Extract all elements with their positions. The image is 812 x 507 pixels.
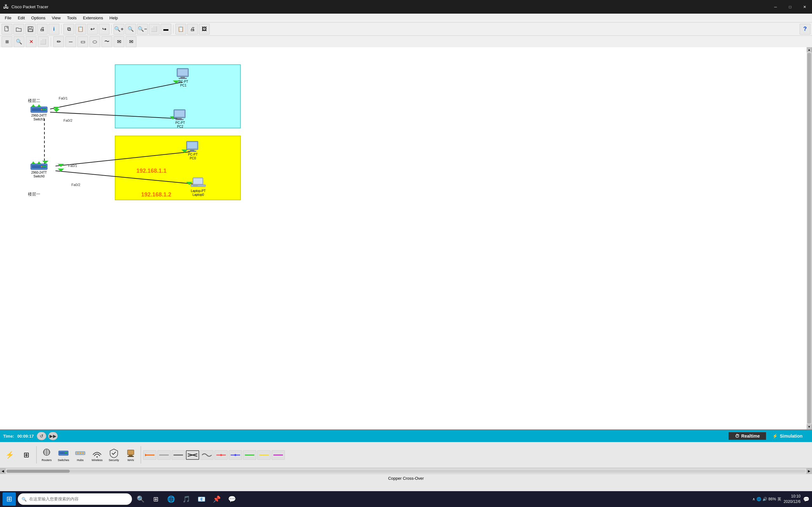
taskbar-search[interactable]: 🔍 在这里输入您要搜索的内容	[18, 493, 132, 505]
screenshot-button[interactable]: 🖼	[199, 24, 210, 35]
tray-volume-icon: 🔊	[763, 497, 767, 501]
layout-button[interactable]: 📋	[175, 24, 186, 35]
scroll-left-button[interactable]: ◀	[0, 468, 6, 474]
menu-edit[interactable]: Edit	[14, 15, 28, 21]
select-area-button[interactable]: ⊞	[2, 37, 12, 47]
laptop0-device[interactable]: Laptop-PT Laptop0	[190, 177, 206, 196]
search-tool-button[interactable]: 🔍	[14, 37, 24, 47]
cable-auto[interactable]	[143, 450, 156, 460]
menu-tools[interactable]: Tools	[64, 15, 80, 21]
tray-network-icon: 🌐	[757, 497, 761, 501]
ellipse-tool-button[interactable]: ⬭	[90, 37, 100, 47]
cable-fiber[interactable]	[243, 450, 256, 460]
pc0-device[interactable]: PC-PT PC0	[186, 141, 200, 160]
taskbar-mail[interactable]: 📧	[195, 493, 208, 506]
pc1-device[interactable]: PC-PT PC1	[176, 68, 191, 87]
zoom-in-button[interactable]: 🔍+	[113, 24, 124, 35]
taskbar-media[interactable]: 🎵	[180, 493, 193, 506]
zoom-out-button[interactable]: 🔍−	[137, 24, 148, 35]
open-button[interactable]	[13, 24, 24, 35]
freeform-tool-button[interactable]: 〜	[101, 37, 112, 47]
print2-button[interactable]: 🖨	[187, 24, 198, 35]
palette-hubs[interactable]: Hubs	[72, 446, 88, 464]
print-button[interactable]: 🖨	[37, 24, 48, 35]
palette-wireless[interactable]: Wireless	[89, 446, 105, 464]
info-button[interactable]: i	[49, 24, 59, 35]
simulation-tab[interactable]: ⚡ Simulation	[766, 432, 809, 440]
palette-grid[interactable]: ⊞	[18, 446, 34, 464]
copy-button[interactable]: ⧉	[63, 24, 74, 35]
palette-switches-label: Switches	[58, 458, 69, 462]
palette-routers[interactable]: Routers	[39, 446, 55, 464]
paste-button[interactable]: 📋	[75, 24, 86, 35]
help-button[interactable]: ?	[800, 24, 810, 35]
cable-serial-dte[interactable]	[229, 450, 242, 460]
taskbar-clock[interactable]: 10:10 2020/12/6	[784, 494, 801, 504]
vertical-scrollbar[interactable]: ▲ ▼	[807, 47, 812, 429]
close-button[interactable]: ✕	[798, 0, 812, 14]
cable-serial-dce[interactable]	[214, 450, 228, 460]
new-button[interactable]	[2, 24, 12, 35]
cable-rollover[interactable]	[200, 450, 213, 460]
scroll-right-button[interactable]: ▶	[806, 468, 812, 474]
tray-up-arrow[interactable]: ∧	[752, 497, 755, 501]
scroll-up-button[interactable]: ▲	[807, 47, 812, 52]
resize-tool-button[interactable]: ⬜	[38, 37, 49, 47]
zoom-custom-button[interactable]: 🔍	[125, 24, 136, 35]
palette-wan[interactable]: WAN	[123, 446, 139, 464]
notification-button[interactable]: 💬	[803, 496, 809, 502]
taskbar-maps[interactable]: 📌	[210, 493, 223, 506]
svg-point-22	[45, 109, 46, 110]
svg-point-57	[65, 452, 66, 453]
realtime-tab[interactable]: ⏱ Realtime	[728, 432, 766, 440]
save-button[interactable]	[25, 24, 36, 35]
menu-view[interactable]: View	[49, 15, 64, 21]
cable-straight[interactable]	[171, 450, 185, 460]
fit-h-button[interactable]: ⬜	[149, 24, 159, 35]
note-tool-button[interactable]: ✉	[113, 37, 124, 47]
switch0-device[interactable]: 2960-24TT Switch0	[30, 161, 48, 178]
cable-label: Copper Cross-Over	[388, 476, 424, 481]
scroll-down-button[interactable]: ▼	[807, 424, 812, 429]
maximize-button[interactable]: □	[783, 0, 798, 14]
svg-rect-36	[181, 77, 185, 78]
menu-extensions[interactable]: Extensions	[80, 15, 106, 21]
taskbar-task-view[interactable]: ⊞	[149, 493, 162, 506]
toolbar1: 🖨 i ⧉ 📋 ↩ ↪ 🔍+ 🔍 🔍− ⬜ ▬ 📋 🖨 🖼 ?	[0, 22, 812, 36]
palette-switches[interactable]: Switches	[55, 446, 71, 464]
cable-fiber2[interactable]	[257, 450, 270, 460]
fit-v-button[interactable]: ▬	[160, 24, 171, 35]
pencil-tool-button[interactable]: ✏	[53, 37, 64, 47]
pdu-tool-button[interactable]: ✉	[125, 37, 136, 47]
cable-crossover[interactable]	[186, 450, 199, 460]
delete-tool-button[interactable]: ✕	[26, 37, 37, 47]
taskbar-search-app[interactable]: 🔍	[134, 493, 147, 506]
line-tool-button[interactable]: ─	[65, 37, 76, 47]
menu-help[interactable]: Help	[106, 15, 121, 21]
ip-label-1: 192.168.1.1	[136, 168, 166, 174]
time-reset-button[interactable]: ↺	[37, 432, 46, 440]
cable-usb[interactable]	[271, 450, 285, 460]
redo-button[interactable]: ↪	[99, 24, 109, 35]
scroll-thumb-h[interactable]	[6, 469, 70, 473]
horizontal-scrollbar[interactable]: ◀ ▶	[0, 468, 812, 474]
minimize-button[interactable]: ─	[768, 0, 783, 14]
cable-console[interactable]	[157, 450, 171, 460]
scroll-thumb[interactable]	[807, 53, 811, 424]
menu-file[interactable]: File	[2, 15, 14, 21]
undo-button[interactable]: ↩	[87, 24, 98, 35]
rect-tool-button[interactable]: ▭	[78, 37, 88, 47]
switch1-device[interactable]: 2960-24TT Switch1	[30, 104, 48, 121]
menu-options[interactable]: Options	[28, 15, 49, 21]
palette-pdu[interactable]: ⚡	[2, 446, 17, 464]
palette-security[interactable]: Security	[106, 446, 122, 464]
time-forward-button[interactable]: ▶▶	[48, 432, 58, 440]
svg-point-23	[43, 109, 44, 110]
start-button[interactable]: ⊞	[3, 493, 16, 506]
system-tray[interactable]: ∧ 🌐 🔊 86% 英	[752, 497, 781, 502]
pc2-device[interactable]: PC-PT PC2	[173, 109, 188, 128]
taskbar-wechat[interactable]: 💬	[225, 493, 239, 506]
taskbar-edge[interactable]: 🌐	[164, 493, 177, 506]
workspace[interactable]: 楼层二 楼层一 Fa0/1 Fa0/2 Fa0/1 Fa0/2 2960-24T…	[0, 47, 812, 429]
toolbar1-sep3	[173, 25, 173, 34]
